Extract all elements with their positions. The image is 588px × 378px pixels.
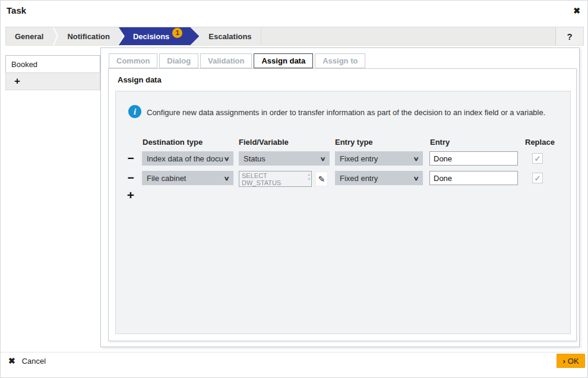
tab-assign-data[interactable]: Assign data <box>254 53 313 68</box>
decisions-count-badge: 1 <box>172 28 182 38</box>
add-decision-button[interactable]: + <box>5 72 100 90</box>
edit-query-button[interactable]: ✎ <box>315 171 328 186</box>
info-text: Configure new data assignments in order … <box>147 108 545 117</box>
spinner-down-icon: ▾ <box>308 177 310 182</box>
tab-decisions-label: Decisions <box>133 32 169 41</box>
chevron-down-icon: ∨ <box>320 155 325 162</box>
task-dialog: Task ✖ General Notification Decisions 1 … <box>0 0 588 378</box>
dialog-title: Task <box>7 5 26 15</box>
sql-query-field[interactable]: SELECT DW_STATUS FROM ▴ ▾ <box>239 171 312 187</box>
tab-assign-to[interactable]: Assign to <box>315 53 365 68</box>
add-row-button[interactable]: + <box>126 190 135 201</box>
column-header-replace: Replace <box>525 138 555 147</box>
column-header-entry: Entry <box>430 138 450 147</box>
destination-type-select[interactable]: File cabinet ∨ <box>142 171 233 185</box>
sql-query-line2: DW_STATUS FROM <box>242 179 302 187</box>
ok-label: OK <box>568 357 579 366</box>
tab-escalations[interactable]: Escalations <box>195 27 260 45</box>
tab-common[interactable]: Common <box>109 53 157 68</box>
sql-query-line1: SELECT <box>242 172 302 179</box>
query-scroll-spinner[interactable]: ▴ ▾ <box>308 172 310 182</box>
decision-detail-panel: Common Dialog Validation Assign data Ass… <box>100 47 580 347</box>
destination-type-select[interactable]: Index data of the docu ∨ <box>142 151 233 166</box>
tab-dialog[interactable]: Dialog <box>159 53 198 68</box>
footer-divider <box>1 352 588 352</box>
destination-type-value: File cabinet <box>147 174 186 183</box>
chevron-down-icon: ∨ <box>223 175 229 182</box>
cancel-x-icon: ✖ <box>8 356 15 366</box>
assign-data-section: Assign data i Configure new data assignm… <box>108 68 577 341</box>
detail-tabbar: Common Dialog Validation Assign data Ass… <box>109 53 365 68</box>
column-header-field-variable: Field/Variable <box>239 138 289 147</box>
column-header-destination-type: Destination type <box>143 138 203 147</box>
tabbar-divider <box>261 27 261 45</box>
chevron-down-icon: ∨ <box>413 155 419 162</box>
remove-row-button[interactable]: − <box>126 153 135 164</box>
spinner-up-icon: ▴ <box>308 172 310 177</box>
assignments-container: i Configure new data assignments in orde… <box>115 91 571 334</box>
entry-type-select[interactable]: Fixed entry ∨ <box>335 171 423 185</box>
tab-separator-chevron <box>52 27 58 45</box>
info-icon: i <box>128 105 141 118</box>
field-variable-select[interactable]: Status ∨ <box>239 151 330 166</box>
entry-type-value: Fixed entry <box>340 154 378 163</box>
decision-list-item-booked[interactable]: Booked <box>5 55 100 73</box>
chevron-down-icon: ∨ <box>413 175 419 182</box>
tab-validation[interactable]: Validation <box>200 53 252 68</box>
column-header-entry-type: Entry type <box>335 138 373 147</box>
entry-input[interactable] <box>429 151 518 166</box>
chevron-down-icon: ∨ <box>223 155 229 162</box>
entry-input[interactable] <box>429 171 518 185</box>
tab-general[interactable]: General <box>6 27 52 45</box>
section-title: Assign data <box>118 75 162 84</box>
pencil-icon: ✎ <box>318 174 325 184</box>
cancel-button[interactable]: ✖ Cancel <box>8 356 46 366</box>
tab-decisions[interactable]: Decisions 1 <box>119 27 199 45</box>
entry-type-select[interactable]: Fixed entry ∨ <box>335 151 423 166</box>
replace-checkbox[interactable]: ✓ <box>532 173 543 183</box>
ok-chevron-icon: › <box>562 357 565 366</box>
replace-checkbox[interactable]: ✓ <box>532 153 543 164</box>
wizard-tabbar: General Notification Decisions 1 Escalat… <box>5 27 584 46</box>
remove-row-button[interactable]: − <box>126 173 135 183</box>
entry-type-value: Fixed entry <box>340 174 378 183</box>
cancel-label: Cancel <box>22 357 46 366</box>
help-button[interactable]: ? <box>555 27 583 45</box>
field-variable-value: Status <box>244 154 265 163</box>
close-icon[interactable]: ✖ <box>573 5 580 16</box>
tab-notification[interactable]: Notification <box>58 27 119 45</box>
ok-button[interactable]: › OK <box>557 354 585 368</box>
destination-type-value: Index data of the docu <box>147 154 223 163</box>
